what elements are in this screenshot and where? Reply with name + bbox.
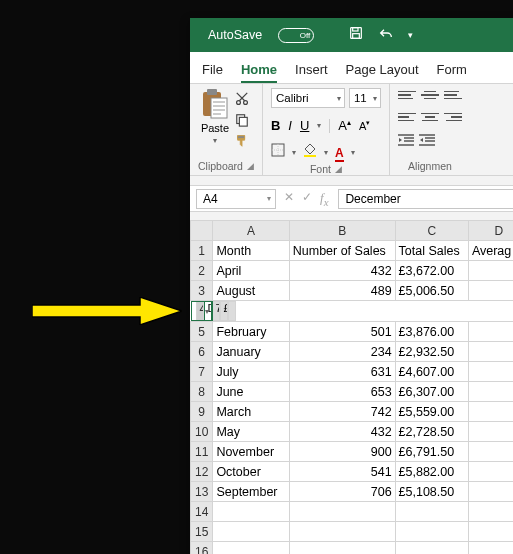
cell[interactable] [468,362,513,382]
cell[interactable]: 795 [212,301,220,321]
cell[interactable]: 501 [289,322,395,342]
font-color-icon[interactable]: A [335,143,344,161]
tab-page-layout[interactable]: Page Layout [346,62,419,83]
name-box[interactable]: A4 [196,189,276,209]
cell[interactable]: Total Sales [395,241,468,261]
cell[interactable]: 432 [289,422,395,442]
borders-icon[interactable] [271,143,285,161]
cell[interactable]: April [213,261,289,281]
fill-color-icon[interactable] [303,143,317,161]
cell[interactable] [395,542,468,555]
cell[interactable] [468,522,513,542]
cell[interactable]: £2,728.50 [395,422,468,442]
cell[interactable]: August [213,281,289,301]
cell[interactable]: Number of Sales [289,241,395,261]
align-middle-icon[interactable] [421,88,439,102]
align-center-icon[interactable] [421,110,439,124]
cell[interactable]: Month [213,241,289,261]
cell[interactable]: November [213,442,289,462]
font-launcher-icon[interactable]: ◢ [335,164,342,174]
cut-icon[interactable] [233,91,251,107]
column-header[interactable]: A [213,221,289,241]
cell[interactable]: 742 [289,402,395,422]
row-header[interactable]: 8 [191,382,213,402]
cell[interactable]: Averag [468,241,513,261]
column-header[interactable]: C [395,221,468,241]
cell[interactable]: £4,607.00 [395,362,468,382]
cell[interactable]: 489 [289,281,395,301]
cell[interactable]: January [213,342,289,362]
row-header[interactable]: 3 [191,281,213,301]
format-painter-icon[interactable] [233,133,251,149]
cell[interactable] [468,261,513,281]
copy-icon[interactable] [233,112,251,128]
undo-icon[interactable] [378,25,394,45]
font-size-select[interactable]: 11 [349,88,381,108]
underline-button[interactable]: U [300,118,309,133]
decrease-indent-icon[interactable] [398,132,414,150]
cell[interactable] [468,382,513,402]
tab-file[interactable]: File [202,62,223,83]
save-icon[interactable] [348,25,364,45]
column-header[interactable]: B [289,221,395,241]
font-name-select[interactable]: Calibri [271,88,345,108]
cell[interactable]: October [213,462,289,482]
cell[interactable]: 234 [289,342,395,362]
tab-home[interactable]: Home [241,62,277,83]
cell[interactable]: September [213,482,289,502]
cell[interactable]: £2,932.50 [395,342,468,362]
cell[interactable] [468,462,513,482]
cell[interactable]: July [213,362,289,382]
cell[interactable]: December [204,301,212,321]
cell[interactable]: 541 [289,462,395,482]
decrease-font-icon[interactable]: A▾ [359,119,370,132]
bold-button[interactable]: B [271,118,280,133]
italic-button[interactable]: I [288,118,292,133]
row-header[interactable]: 12 [191,462,213,482]
tab-insert[interactable]: Insert [295,62,328,83]
row-header[interactable]: 9 [191,402,213,422]
cancel-formula-icon[interactable]: ✕ [284,190,294,208]
cell[interactable]: 706 [289,482,395,502]
column-header[interactable]: D [468,221,513,241]
paste-dropdown-icon[interactable]: ▾ [213,136,217,145]
cell[interactable]: £6,791.50 [395,442,468,462]
autosave-toggle[interactable]: Off [278,28,314,43]
select-all-corner[interactable] [191,221,213,241]
cell[interactable] [289,542,395,555]
cell[interactable]: £3,672.00 [395,261,468,281]
cell[interactable] [395,522,468,542]
cell[interactable]: £5,108.50 [395,482,468,502]
row-header[interactable]: 6 [191,342,213,362]
cell[interactable]: £6,307.00 [395,382,468,402]
cell[interactable] [395,502,468,522]
row-header[interactable]: 7 [191,362,213,382]
paste-icon[interactable] [201,88,229,120]
row-header[interactable]: 4 [196,301,204,321]
undo-dropdown-icon[interactable]: ▾ [408,30,413,40]
cell[interactable]: 432 [289,261,395,281]
cell[interactable]: 631 [289,362,395,382]
cell[interactable]: £8,474.50 [220,301,228,321]
row-header[interactable]: 14 [191,502,213,522]
cell[interactable] [228,301,236,321]
cell[interactable]: February [213,322,289,342]
cell[interactable]: £5,006.50 [395,281,468,301]
row-header[interactable]: 1 [191,241,213,261]
cell[interactable] [213,542,289,555]
formula-input[interactable]: December [338,189,513,209]
row-header[interactable]: 2 [191,261,213,281]
row-header[interactable]: 15 [191,522,213,542]
row-header[interactable]: 16 [191,542,213,555]
cell[interactable]: £3,876.00 [395,322,468,342]
row-header[interactable]: 11 [191,442,213,462]
cell[interactable] [213,522,289,542]
align-bottom-icon[interactable] [444,88,462,102]
paste-label[interactable]: Paste [201,122,229,134]
clipboard-launcher-icon[interactable]: ◢ [247,161,254,171]
spreadsheet-grid[interactable]: ABCD1MonthNumber of SalesTotal SalesAver… [190,220,513,554]
enter-formula-icon[interactable]: ✓ [302,190,312,208]
row-header[interactable]: 5 [191,322,213,342]
cell[interactable]: £5,882.00 [395,462,468,482]
cell[interactable] [468,281,513,301]
